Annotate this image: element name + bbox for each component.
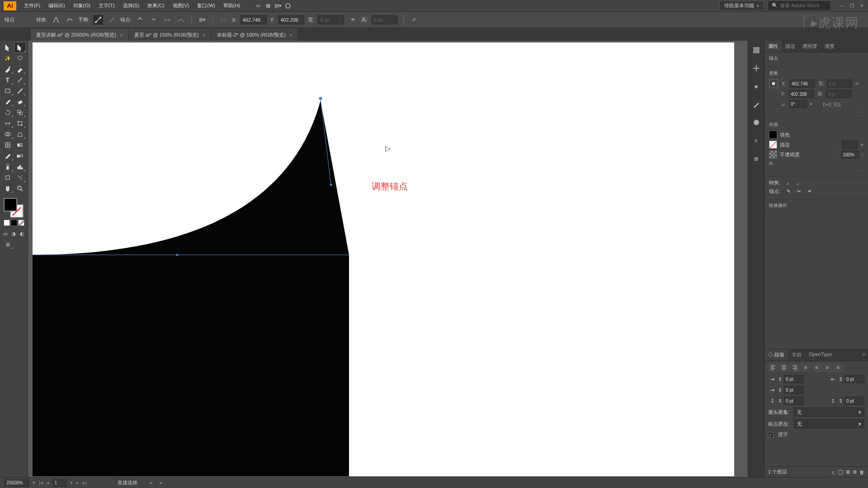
grid-icon[interactable]: ▤▾ [273,1,283,11]
menu-effect[interactable]: 效果(C) [143,0,168,11]
pen-tool[interactable] [2,64,14,74]
direct-selection-tool[interactable] [14,42,26,52]
doc-tab-3[interactable]: 未标题-2* @ 100% (RGB/预览)× [212,29,297,41]
rotate-tool[interactable] [2,108,14,117]
convert-smooth-icon[interactable] [65,15,75,25]
gradient-mode-icon[interactable] [11,220,17,226]
menu-object[interactable]: 对象(O) [69,0,94,11]
connect-anchor-btn[interactable]: ⚭ [807,188,811,194]
paintbrush-tool[interactable] [14,86,26,96]
zoom-tool[interactable] [14,183,26,193]
tab-gradient[interactable]: 渐变 [821,41,838,52]
remove-anchor-btn[interactable]: ✎ [787,188,791,194]
menu-edit[interactable]: 编辑(E) [44,0,69,11]
tab-properties[interactable]: 属性 [764,41,782,52]
workspace-switcher[interactable]: 传统基本功能 [719,0,764,11]
more-options-icon[interactable]: ⋯ [769,168,863,174]
layer-delete-icon[interactable]: 🗑 [859,469,864,475]
menu-select[interactable]: 选择(S) [119,0,144,11]
reference-point[interactable] [769,79,778,88]
y-input[interactable] [278,15,304,24]
panel-menu-icon[interactable]: ≡ [860,349,868,361]
w-input[interactable] [318,15,344,24]
stroke-swatch[interactable] [769,141,777,149]
justify-all-icon[interactable]: ≡ [833,363,843,372]
slice-tool[interactable] [14,173,26,183]
kinsoku-select[interactable]: 无▾ [794,408,864,417]
scale-tool[interactable] [14,108,26,117]
symbols-icon[interactable] [751,117,761,127]
eraser-tool[interactable] [14,97,26,107]
align-panel-icon[interactable]: ⊞ [751,154,761,164]
tab-close-icon[interactable]: × [120,33,123,38]
prop-w-input[interactable] [827,80,852,88]
prop-y-input[interactable] [789,90,814,98]
tab-close-icon[interactable]: × [289,33,292,38]
indent-left-input[interactable] [784,375,804,383]
color-mode-icon[interactable] [4,220,10,226]
graph-tool[interactable] [14,162,26,172]
tab-opentype[interactable]: OpenType [805,349,835,361]
shape-builder-tool[interactable] [2,129,14,139]
draw-behind-icon[interactable]: ◐ [19,229,26,239]
canvas[interactable]: 调整锚点 ▷ [28,41,748,477]
line-tool[interactable] [14,75,26,85]
screen-mode-icon[interactable]: ▭ [2,229,9,239]
fill-stroke-swatch[interactable] [4,198,24,218]
handle-show-icon[interactable] [93,15,103,25]
nav-prev-icon[interactable]: ◂ [47,480,49,486]
fill-swatch[interactable] [769,131,777,139]
color-panel-icon[interactable] [751,45,761,55]
layer-mask-icon[interactable]: ◯ [838,469,843,475]
connect-icon[interactable] [162,15,172,25]
curvature-tool[interactable] [14,64,26,74]
selection-tool[interactable] [2,42,14,52]
hyphenate-checkbox[interactable]: ✓ [768,432,774,437]
tab-character[interactable]: 字符 [788,349,805,361]
isolate-icon[interactable]: ⬀ [409,15,419,25]
opacity-swatch[interactable] [769,150,777,159]
smooth-curve-icon[interactable] [176,15,186,25]
maximize-icon[interactable]: ❐ [849,3,854,9]
hand-tool[interactable] [2,183,14,193]
artboard-input[interactable] [53,479,66,487]
close-icon[interactable]: ✕ [859,3,864,9]
free-transform-tool[interactable] [14,118,26,128]
more-options-icon[interactable]: ⋯ [769,110,863,116]
align-right-icon[interactable] [790,363,800,372]
width-tool[interactable] [2,118,14,128]
doc-icon[interactable]: ▭ [253,1,263,11]
arrange-icon[interactable]: ▦ [263,1,273,11]
justify-left-icon[interactable]: ≡ [801,363,811,372]
eyedropper-tool[interactable] [2,151,14,161]
mesh-tool[interactable] [2,140,14,150]
type-tool[interactable]: T [2,75,14,85]
indent-right-input[interactable] [844,375,864,383]
prop-x-input[interactable] [790,80,815,88]
draw-mode-icon[interactable]: ◑ [10,229,17,239]
stroke-panel-icon[interactable]: ≡ [751,136,761,145]
justify-center-icon[interactable]: ≡ [811,363,821,372]
fx-icon[interactable]: fx. [769,160,774,166]
prop-h-input[interactable] [826,90,851,98]
tab-stroke[interactable]: 描边 [782,41,799,52]
link-wh-icon[interactable]: ⚮ [348,15,358,25]
layer-sublayer-icon[interactable]: ⊞ [846,469,850,475]
vector-shape[interactable] [33,70,358,476]
handle-hide-icon[interactable] [107,15,117,25]
symbol-sprayer-tool[interactable] [2,162,14,172]
convert-smooth-btn[interactable]: ⟓ [796,180,799,186]
nav-first-icon[interactable]: |◂ [39,480,43,486]
cut-path-icon[interactable]: ✂ [149,15,159,25]
swatches-icon[interactable]: ♣ [751,81,761,91]
convert-corner-icon[interactable] [51,15,61,25]
blend-tool[interactable] [14,151,26,161]
first-line-input[interactable] [784,386,804,394]
minimize-icon[interactable]: — [839,3,844,9]
ref-point-icon[interactable]: ⊞▾ [197,15,207,25]
rectangle-tool[interactable] [2,86,14,96]
tab-paragraph[interactable]: ◇ 段落 [764,349,788,361]
nav-last-icon[interactable]: ▸| [83,480,87,486]
search-stock[interactable]: 🔍搜索 Adobe Stock [768,0,831,11]
flip-v-icon[interactable]: ▽△ [833,101,840,107]
